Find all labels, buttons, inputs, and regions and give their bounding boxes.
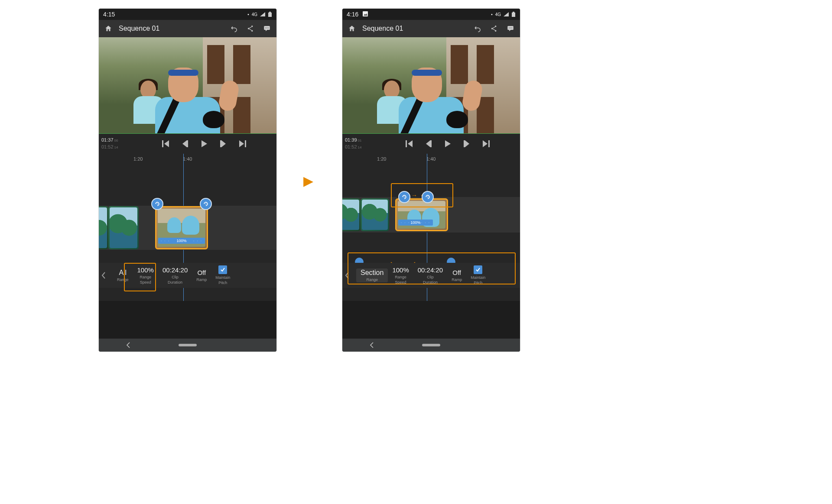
video-preview[interactable]: [99, 37, 276, 133]
step-back-icon[interactable]: [424, 139, 433, 149]
transport-row: 01:3700 01:5214: [99, 133, 276, 154]
range-handle-left[interactable]: [398, 191, 410, 203]
clip-selected[interactable]: 100%: [155, 206, 208, 249]
step-back-icon[interactable]: [180, 139, 190, 149]
svg-rect-22: [363, 11, 368, 16]
timeline-area[interactable]: 1:20 1:40 100% → ←: [342, 154, 520, 301]
skip-back-icon[interactable]: [405, 139, 414, 149]
signal-icon: [504, 12, 509, 16]
maintain-pitch-option[interactable]: Maintain Pitch: [466, 265, 490, 285]
svg-point-29: [495, 30, 496, 32]
skip-back-icon[interactable]: [161, 139, 171, 149]
comment-icon[interactable]: [261, 23, 273, 35]
clip-prev[interactable]: [342, 198, 361, 231]
step-fwd-icon[interactable]: [462, 139, 471, 149]
range-handle-left[interactable]: [151, 198, 163, 210]
step-fwd-icon[interactable]: [218, 139, 228, 149]
svg-rect-43: [488, 140, 490, 147]
svg-rect-14: [187, 140, 188, 147]
svg-point-33: [510, 28, 511, 29]
svg-marker-36: [408, 140, 413, 147]
clip-prev-2[interactable]: [108, 206, 139, 249]
skip-fwd-icon[interactable]: [237, 139, 247, 149]
svg-point-10: [268, 28, 269, 29]
range-handle-right[interactable]: [200, 198, 212, 210]
status-dot: •: [247, 12, 249, 17]
range-speed-option[interactable]: 100% Range Speed: [388, 266, 413, 285]
clip-duration-option[interactable]: 00:24:20 Clip Duration: [413, 266, 447, 285]
range-speed-option[interactable]: 100% Range Speed: [133, 266, 158, 285]
clip-prev[interactable]: [99, 206, 108, 249]
svg-marker-7: [266, 30, 267, 31]
svg-point-32: [509, 28, 510, 29]
sequence-title: Sequence 01: [119, 25, 224, 32]
phone-before: 4:15 • 4G Sequence 01: [99, 9, 276, 352]
timeline-area[interactable]: 1:20 1:40 100%: [99, 154, 276, 301]
range-handle-right[interactable]: [422, 191, 434, 203]
status-bar: 4:15 • 4G: [99, 9, 276, 20]
svg-rect-38: [430, 140, 432, 147]
svg-point-8: [265, 28, 266, 29]
status-time: 4:16: [347, 11, 358, 18]
screenshot-icon: [363, 11, 368, 16]
comment-icon[interactable]: [504, 23, 517, 35]
nav-back-icon[interactable]: [369, 342, 374, 348]
svg-point-3: [248, 28, 249, 29]
home-icon[interactable]: [346, 23, 358, 35]
transport-row: 01:3901 01:5214: [342, 133, 520, 154]
svg-marker-39: [445, 140, 451, 147]
battery-icon: [511, 12, 516, 17]
play-icon[interactable]: [443, 139, 452, 149]
range-option[interactable]: All Range: [113, 268, 133, 282]
skip-fwd-icon[interactable]: [481, 139, 491, 149]
svg-rect-26: [512, 13, 515, 17]
svg-rect-17: [220, 140, 221, 147]
clip-prev-2[interactable]: [361, 198, 389, 231]
play-icon[interactable]: [199, 139, 209, 149]
clip-duration-option[interactable]: 00:24:20 Clip Duration: [158, 266, 192, 285]
svg-marker-12: [164, 140, 169, 147]
svg-marker-40: [465, 140, 469, 147]
svg-rect-19: [245, 140, 246, 147]
maintain-pitch-checkbox[interactable]: [218, 265, 227, 274]
undo-icon[interactable]: [228, 23, 240, 35]
ramp-option[interactable]: Off Ramp: [447, 268, 466, 282]
status-network: 4G: [252, 12, 257, 17]
nav-home-pill[interactable]: [179, 344, 197, 346]
android-navbar: [99, 339, 276, 352]
clip-track[interactable]: 100% → ←: [342, 197, 520, 233]
svg-rect-25: [513, 12, 514, 13]
maintain-pitch-option[interactable]: Maintain Pitch: [211, 265, 234, 285]
timeline-ruler: 1:20 1:40: [342, 156, 520, 165]
clip-selected[interactable]: 100% → ←: [395, 198, 448, 231]
speed-strip: 100%: [158, 238, 205, 244]
nav-back-icon[interactable]: [126, 342, 131, 348]
maintain-pitch-checkbox[interactable]: [474, 265, 482, 274]
svg-marker-37: [426, 140, 430, 147]
svg-point-44: [404, 197, 405, 197]
clip-track[interactable]: 100%: [99, 206, 276, 250]
svg-point-27: [491, 28, 493, 29]
range-option[interactable]: Section Range: [356, 268, 388, 282]
status-dot: •: [491, 12, 493, 17]
status-network: 4G: [495, 12, 501, 17]
share-icon[interactable]: [244, 23, 257, 35]
controls-back-icon[interactable]: [101, 272, 113, 279]
undo-icon[interactable]: [471, 23, 484, 35]
controls-back-icon[interactable]: [345, 272, 356, 279]
svg-rect-1: [269, 12, 271, 13]
nav-home-pill[interactable]: [422, 344, 440, 346]
home-icon[interactable]: [102, 23, 114, 35]
svg-rect-11: [162, 140, 163, 147]
svg-point-5: [251, 30, 253, 32]
timecodes: 01:3901 01:5214: [342, 137, 375, 151]
status-bar: 4:16 • 4G: [342, 9, 520, 20]
timecodes: 01:3700 01:5214: [99, 137, 132, 151]
svg-marker-0: [260, 12, 265, 16]
timeline-ruler: 1:20 1:40: [99, 156, 276, 165]
video-preview[interactable]: [342, 37, 520, 133]
ramp-option[interactable]: Off Ramp: [192, 268, 211, 282]
svg-marker-42: [483, 140, 488, 147]
share-icon[interactable]: [488, 23, 500, 35]
svg-rect-41: [464, 140, 465, 147]
